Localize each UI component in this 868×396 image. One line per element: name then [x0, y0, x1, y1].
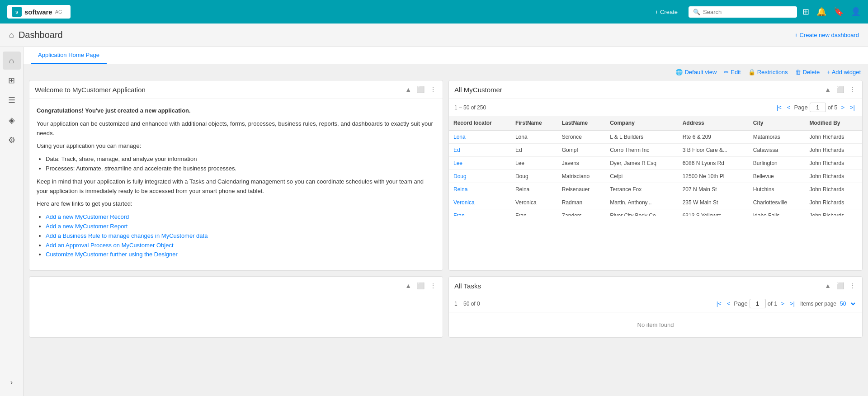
- welcome-link-3[interactable]: Add an Approval Process on MyCustomer Ob…: [46, 242, 174, 249]
- table-cell: Burlington: [749, 157, 805, 170]
- page-title: Dashboard: [19, 30, 63, 40]
- tasks-page-next-btn[interactable]: >: [779, 299, 786, 308]
- logo-icon: s: [12, 7, 22, 17]
- sidebar-expand-btn[interactable]: ›: [3, 373, 21, 391]
- default-view-button[interactable]: 🌐 Default view: [675, 69, 717, 75]
- items-per-page-select[interactable]: 50 25 100: [838, 300, 857, 307]
- tasks-more-btn[interactable]: ⋮: [849, 281, 857, 290]
- table-cell: 3 B Floor Care &...: [678, 144, 749, 157]
- tabs-bar: Application Home Page: [24, 47, 868, 64]
- table-cell: Dyer, James R Esq: [605, 157, 678, 170]
- tasks-page-input[interactable]: [750, 299, 766, 308]
- all-tasks-icons: ▲ ⬜ ⋮: [824, 281, 857, 290]
- edit-button[interactable]: ✏ Edit: [724, 69, 741, 75]
- page-first-btn[interactable]: |<: [775, 103, 783, 112]
- all-tasks-widget: All Tasks ▲ ⬜ ⋮ 1 – 50 of 0 |< < Page of…: [448, 276, 863, 338]
- tasks-page-last-btn[interactable]: >|: [788, 299, 797, 308]
- tasks-expand-btn[interactable]: ⬜: [835, 281, 845, 290]
- table-cell: 12500 Ne 10th Pl: [678, 170, 749, 183]
- all-tasks-header: All Tasks ▲ ⬜ ⋮: [449, 277, 862, 295]
- tasks-page-prev-btn[interactable]: <: [725, 299, 732, 308]
- all-tasks-info: 1 – 50 of 0 |< < Page of 1 > >| Items pe…: [449, 295, 862, 312]
- globe-icon: 🌐: [675, 69, 683, 75]
- welcome-link-1[interactable]: Add a new MyCustomer Report: [46, 223, 127, 230]
- welcome-link-0[interactable]: Add a new MyCustomer Record: [46, 213, 129, 220]
- col-city: City: [749, 116, 805, 130]
- dashboard-toolbar: 🌐 Default view ✏ Edit 🔒 Restrictions 🗑 D…: [24, 64, 868, 80]
- sidebar-item-settings[interactable]: ⚙: [3, 131, 21, 149]
- table-cell: John Richards: [805, 183, 862, 196]
- layout: ⌂ ⊞ ☰ ◈ ⚙ › Application Home Page 🌐 Defa…: [0, 47, 868, 396]
- edit-icon: ✏: [724, 69, 729, 75]
- table-cell: 6086 N Lyons Rd: [678, 157, 749, 170]
- col-lastname: LastName: [557, 116, 605, 130]
- table-cell: 207 N Main St: [678, 183, 749, 196]
- table-cell[interactable]: Lee: [449, 157, 511, 170]
- table-cell: Doug: [511, 170, 557, 183]
- table-cell: Veronica: [511, 196, 557, 209]
- tasks-collapse-btn[interactable]: ▲: [824, 281, 832, 290]
- empty-widget: ▲ ⬜ ⋮: [29, 276, 443, 338]
- mycustomer-more-btn[interactable]: ⋮: [849, 85, 857, 94]
- main-content: Application Home Page 🌐 Default view ✏ E…: [24, 47, 868, 396]
- all-tasks-title: All Tasks: [454, 282, 820, 290]
- restrictions-button[interactable]: 🔒 Restrictions: [748, 69, 788, 75]
- logo[interactable]: s software AG: [7, 5, 71, 19]
- search-box[interactable]: 🔍: [689, 6, 797, 18]
- bookmark-icon[interactable]: 🔖: [834, 7, 844, 17]
- table-cell: Lee: [511, 157, 557, 170]
- table-cell[interactable]: Veronica: [449, 196, 511, 209]
- table-cell: 6313 S Yellowst...: [678, 209, 749, 216]
- table-cell: John Richards: [805, 130, 862, 144]
- add-widget-button[interactable]: + Add widget: [827, 69, 861, 75]
- table-cell[interactable]: Lona: [449, 130, 511, 144]
- empty-widget-icons: ▲ ⬜ ⋮: [404, 281, 437, 290]
- create-button[interactable]: + Create: [650, 6, 683, 18]
- sidebar-item-grid[interactable]: ⊞: [3, 71, 21, 90]
- table-cell: Radman: [557, 196, 605, 209]
- table-row: LeeLeeJavensDyer, James R Esq6086 N Lyon…: [449, 157, 862, 170]
- home-icon[interactable]: ⌂: [9, 30, 14, 40]
- empty-expand-btn[interactable]: ⬜: [416, 281, 425, 290]
- mycustomer-collapse-btn[interactable]: ▲: [824, 85, 832, 94]
- empty-collapse-btn[interactable]: ▲: [404, 281, 412, 290]
- logo-ag: AG: [55, 9, 62, 14]
- table-cell[interactable]: Ed: [449, 144, 511, 157]
- all-mycustomer-widget-header: All MyCustomer ▲ ⬜ ⋮: [449, 80, 862, 99]
- table-cell: Idaho Falls: [749, 209, 805, 216]
- welcome-para2: Using your application you can manage:: [37, 141, 435, 151]
- welcome-link-4[interactable]: Customize MyCustomer further using the D…: [46, 251, 178, 258]
- page-input[interactable]: [810, 103, 826, 112]
- create-dashboard-link[interactable]: + Create new dashboard: [794, 32, 859, 38]
- page-prev-btn[interactable]: <: [785, 103, 793, 112]
- welcome-link-2[interactable]: Add a Business Rule to manage changes in…: [46, 232, 208, 239]
- grid-icon[interactable]: ⊞: [802, 7, 809, 17]
- sidebar-item-menu[interactable]: ☰: [3, 91, 21, 109]
- table-cell[interactable]: Reina: [449, 183, 511, 196]
- welcome-widget-title: Welcome to MyCustomer Application: [35, 86, 401, 94]
- welcome-expand-btn[interactable]: ⬜: [416, 85, 425, 94]
- sidebar-item-dashboard[interactable]: ◈: [3, 111, 21, 129]
- table-cell[interactable]: Fran: [449, 209, 511, 216]
- welcome-collapse-btn[interactable]: ▲: [404, 85, 412, 94]
- all-mycustomer-icons: ▲ ⬜ ⋮: [824, 85, 857, 94]
- trash-icon: 🗑: [795, 69, 801, 75]
- table-cell: Reina: [511, 183, 557, 196]
- welcome-more-btn[interactable]: ⋮: [429, 85, 437, 94]
- mycustomer-expand-btn[interactable]: ⬜: [835, 85, 845, 94]
- user-icon[interactable]: 👤: [851, 7, 861, 17]
- empty-more-btn[interactable]: ⋮: [429, 281, 437, 290]
- sidebar-item-home[interactable]: ⌂: [3, 52, 21, 70]
- delete-button[interactable]: 🗑 Delete: [795, 69, 820, 75]
- table-row: FranFranZandersRiver City Body Co6313 S …: [449, 209, 862, 216]
- page-last-btn[interactable]: >|: [848, 103, 857, 112]
- tasks-page-first-btn[interactable]: |<: [715, 299, 723, 308]
- search-input[interactable]: [703, 9, 793, 15]
- welcome-widget: Welcome to MyCustomer Application ▲ ⬜ ⋮ …: [29, 80, 443, 271]
- table-cell: Catawissa: [749, 144, 805, 157]
- table-cell: John Richards: [805, 196, 862, 209]
- table-cell[interactable]: Doug: [449, 170, 511, 183]
- tab-application-home-page[interactable]: Application Home Page: [31, 47, 107, 64]
- page-next-btn[interactable]: >: [839, 103, 846, 112]
- bell-icon[interactable]: 🔔: [816, 7, 826, 17]
